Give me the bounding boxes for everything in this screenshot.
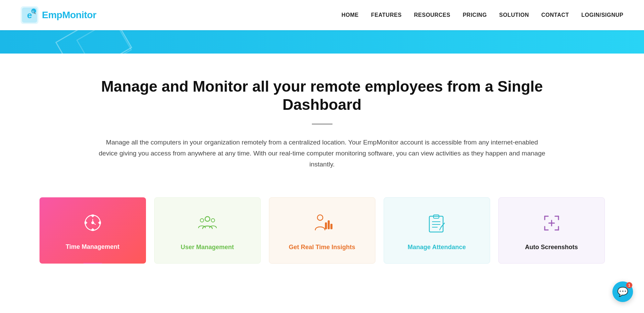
- nav-contact[interactable]: CONTACT: [541, 12, 569, 18]
- nav-pricing[interactable]: PRICING: [463, 12, 487, 18]
- hero-heading: Manage and Monitor all your remote emplo…: [82, 78, 563, 114]
- real-time-insights-icon: [312, 213, 332, 236]
- card-manage-attendance[interactable]: Manage Attendance: [384, 197, 490, 264]
- features-row: Time Management User Management: [0, 180, 644, 264]
- logo[interactable]: e 🔍 EmpMonitor: [21, 6, 96, 24]
- logo-text: EmpMonitor: [42, 10, 96, 21]
- manage-attendance-icon: [427, 213, 447, 236]
- manage-attendance-label: Manage Attendance: [408, 244, 466, 251]
- auto-screenshots-icon: [541, 213, 562, 236]
- nav-links: HOME FEATURES RESOURCES PRICING SOLUTION…: [341, 12, 623, 18]
- svg-point-20: [317, 215, 323, 220]
- svg-line-30: [440, 227, 441, 230]
- nav-features[interactable]: FEATURES: [371, 12, 402, 18]
- real-time-insights-label: Get Real Time Insights: [289, 244, 355, 251]
- user-management-label: User Management: [181, 244, 234, 251]
- card-real-time-insights[interactable]: Get Real Time Insights: [269, 197, 375, 264]
- nav-home[interactable]: HOME: [341, 12, 359, 18]
- hero-divider: [312, 124, 332, 125]
- nav-solution[interactable]: SOLUTION: [499, 12, 529, 18]
- time-management-icon: [82, 212, 103, 236]
- hero-body: Manage all the computers in your organiz…: [99, 137, 545, 170]
- nav-login-signup[interactable]: LOGIN/SIGNUP: [581, 12, 623, 18]
- svg-rect-21: [325, 222, 327, 229]
- card-time-management[interactable]: Time Management: [39, 197, 146, 264]
- time-management-label: Time Management: [66, 243, 120, 251]
- card-auto-screenshots[interactable]: Auto Screenshots: [498, 197, 605, 264]
- svg-rect-22: [328, 220, 330, 229]
- svg-rect-14: [91, 229, 94, 231]
- svg-rect-13: [91, 215, 94, 217]
- auto-screenshots-label: Auto Screenshots: [525, 244, 578, 251]
- svg-rect-23: [330, 224, 332, 229]
- logo-icon: e 🔍: [21, 6, 38, 24]
- svg-point-17: [205, 217, 210, 221]
- card-user-management[interactable]: User Management: [154, 197, 261, 264]
- svg-rect-16: [99, 221, 101, 224]
- svg-text:🔍: 🔍: [32, 10, 36, 14]
- user-management-icon: [197, 213, 218, 236]
- blue-banner: [0, 30, 644, 54]
- svg-rect-15: [84, 221, 87, 224]
- svg-point-18: [200, 219, 204, 222]
- navbar: e 🔍 EmpMonitor HOME FEATURES RESOURCES P…: [0, 0, 644, 30]
- hero-section: Manage and Monitor all your remote emplo…: [0, 54, 644, 180]
- nav-resources[interactable]: RESOURCES: [414, 12, 450, 18]
- svg-point-19: [211, 219, 215, 222]
